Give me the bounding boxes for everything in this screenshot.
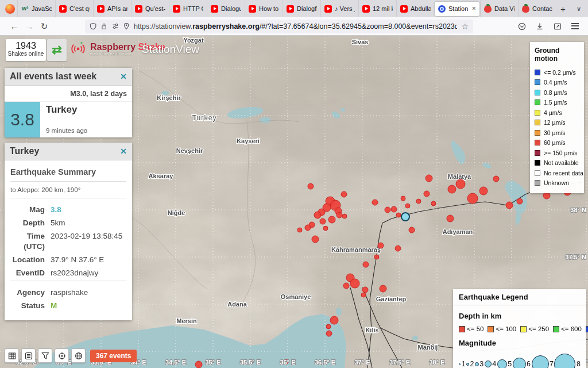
earthquake-marker[interactable] xyxy=(447,215,454,222)
earthquake-marker[interactable] xyxy=(363,262,369,267)
map-city-label: Kahramanmaraş xyxy=(331,246,381,253)
earthquake-marker[interactable] xyxy=(342,214,347,218)
summary-row-value: rs2023dnajwy xyxy=(51,268,98,278)
earthquake-marker[interactable] xyxy=(372,200,378,205)
earthquake-marker[interactable] xyxy=(361,293,366,297)
browser-tab[interactable]: Abdullah ( xyxy=(396,0,434,17)
browser-tab[interactable]: Dialoguef xyxy=(207,0,245,17)
event-time-ago: 9 minutes ago xyxy=(46,127,87,134)
earthquake-legend: Earthquake Legend Depth in km <= 50<= 10… xyxy=(453,289,586,368)
legend-item-label: Not available xyxy=(544,159,579,166)
earthquake-marker[interactable] xyxy=(330,316,338,324)
download-icon[interactable] xyxy=(536,22,544,30)
browser-tab[interactable]: C'est quo xyxy=(55,0,93,17)
bookmark-star-icon[interactable]: ☆ xyxy=(461,22,469,31)
close-icon[interactable]: ✕ xyxy=(120,72,127,81)
swap-view-button[interactable]: ⇄ xyxy=(47,39,67,61)
back-button[interactable]: ← xyxy=(7,21,22,31)
earthquake-marker[interactable] xyxy=(195,361,202,368)
list-all-tabs-icon[interactable]: ∨ xyxy=(572,5,586,13)
earthquake-marker[interactable] xyxy=(343,283,349,289)
browser-tab[interactable]: ♪ Vers _ xyxy=(320,0,358,17)
summary-row: StatusM xyxy=(10,299,126,312)
youtube-favicon-icon xyxy=(59,5,67,13)
list-button[interactable] xyxy=(21,348,36,363)
earthquake-marker[interactable] xyxy=(401,196,405,201)
station-favicon-icon xyxy=(438,5,446,13)
earthquake-marker[interactable] xyxy=(305,225,311,231)
pocket-icon[interactable] xyxy=(518,22,526,30)
browser-tab[interactable]: Qu'est-ce xyxy=(131,0,169,17)
earthquake-marker[interactable] xyxy=(326,324,331,329)
earthquake-marker[interactable] xyxy=(479,187,488,195)
earthquake-marker[interactable] xyxy=(493,176,499,182)
earthquake-marker[interactable] xyxy=(328,216,335,223)
earthquake-marker[interactable] xyxy=(314,212,321,218)
event-card[interactable]: 3.8 Turkey 9 minutes ago xyxy=(5,101,132,137)
earthquake-marker[interactable] xyxy=(374,255,379,259)
earthquake-marker[interactable] xyxy=(467,193,478,204)
tab-title: ♪ Vers _ xyxy=(335,5,355,12)
browser-tab[interactable]: Contact U xyxy=(518,0,556,17)
earthquake-marker[interactable] xyxy=(391,206,397,212)
summary-row-label: Status xyxy=(10,301,51,311)
selected-earthquake-marker[interactable] xyxy=(401,213,409,221)
earthquake-marker[interactable] xyxy=(380,285,386,292)
earthquake-marker[interactable] xyxy=(395,246,401,251)
w3-favicon-icon: W³ xyxy=(21,5,29,13)
earthquake-marker[interactable] xyxy=(341,191,347,197)
earthquake-marker[interactable] xyxy=(506,202,513,209)
earthquake-marker[interactable] xyxy=(297,228,302,232)
table-button[interactable] xyxy=(5,348,19,363)
browser-tab-bar: W³JavaScripC'est quoAPIs andQu'est-ceHTT… xyxy=(0,0,588,17)
map-city-label: Gaziantep xyxy=(376,296,407,302)
url-bar[interactable]: https://stationview.raspberryshake.org/#… xyxy=(85,20,473,33)
earthquake-marker[interactable] xyxy=(312,236,319,243)
sidebar-icon[interactable] xyxy=(554,22,562,30)
earthquake-marker[interactable] xyxy=(378,243,384,248)
earthquake-marker[interactable] xyxy=(424,191,430,197)
browser-tab[interactable]: Data View xyxy=(480,0,518,17)
earthquake-marker[interactable] xyxy=(448,185,456,193)
browser-tab[interactable]: APIs and xyxy=(93,0,131,17)
earthquake-marker[interactable] xyxy=(336,212,342,218)
earthquake-marker[interactable] xyxy=(396,213,401,217)
earthquake-marker[interactable] xyxy=(326,331,332,336)
filter-button[interactable] xyxy=(38,348,52,363)
earthquake-marker[interactable] xyxy=(350,279,359,288)
earthquake-marker[interactable] xyxy=(362,287,368,293)
tab-close-icon[interactable]: ✕ xyxy=(471,6,476,12)
earthquake-marker[interactable] xyxy=(431,201,436,206)
firefox-view-button[interactable] xyxy=(2,1,17,16)
browser-tab[interactable]: 12 mil kar xyxy=(358,0,396,17)
url-text[interactable]: https://stationview.raspberryshake.org/#… xyxy=(134,22,457,30)
close-icon[interactable]: ✕ xyxy=(120,147,127,156)
forward-button[interactable]: → xyxy=(22,21,37,31)
browser-window: W³JavaScripC'est quoAPIs andQu'est-ceHTT… xyxy=(0,0,588,368)
earthquake-marker[interactable] xyxy=(385,207,390,213)
earthquake-marker[interactable] xyxy=(409,227,415,233)
earthquake-marker[interactable] xyxy=(517,198,523,204)
earthquake-marker[interactable] xyxy=(456,179,465,189)
depth-legend-row: <= 50<= 100<= 250<= 600> 600 xyxy=(459,325,581,332)
earthquake-marker[interactable] xyxy=(308,183,314,189)
new-tab-button[interactable]: + xyxy=(556,4,570,14)
url-subdomain: stationview. xyxy=(156,22,193,30)
earthquake-marker[interactable] xyxy=(323,226,328,231)
target-button[interactable] xyxy=(55,348,69,363)
browser-tab[interactable]: Station✕ xyxy=(435,2,479,16)
browser-tab[interactable]: Dialogflow xyxy=(283,0,320,17)
location-pin-icon[interactable] xyxy=(123,22,130,30)
earthquake-marker[interactable] xyxy=(405,204,410,208)
permissions-icon[interactable] xyxy=(112,22,119,30)
globe-button[interactable] xyxy=(71,348,86,363)
browser-tab[interactable]: HTTP Cra xyxy=(169,0,207,17)
reload-button[interactable]: ↻ xyxy=(37,21,52,32)
earthquake-marker[interactable] xyxy=(416,199,421,204)
menu-icon[interactable] xyxy=(571,23,579,29)
browser-tab[interactable]: W³JavaScrip xyxy=(17,0,55,17)
legend-color-swatch xyxy=(535,70,540,75)
earthquake-marker[interactable] xyxy=(425,175,432,182)
browser-tab[interactable]: How to M xyxy=(245,0,283,17)
earthquake-marker[interactable] xyxy=(320,218,326,224)
